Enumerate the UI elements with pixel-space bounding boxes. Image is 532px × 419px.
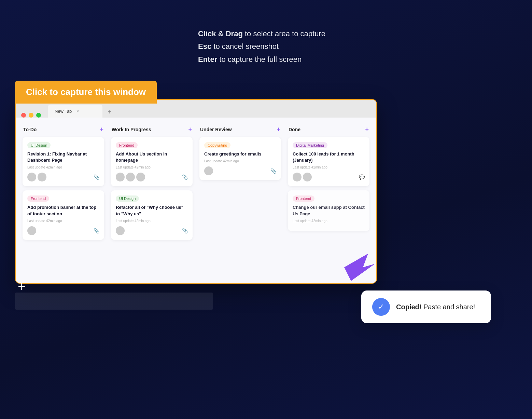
copied-bold-label: Copied!: [396, 303, 421, 311]
checkmark: ✓: [378, 302, 384, 311]
attach-icon: 📎: [94, 228, 99, 233]
avatar: [126, 173, 135, 181]
card-meta: Last update 42min ago: [116, 165, 188, 169]
card-tag: UI Design: [116, 195, 139, 202]
capture-banner-label: Click to capture this window: [26, 87, 146, 97]
avatar: [303, 173, 312, 181]
card-tag: UI Design: [27, 142, 51, 148]
card-avatars: [293, 173, 313, 181]
kanban-board: To-Do + UI Design Revision 1: Fixing Nav…: [16, 118, 376, 283]
instruction-line-3: Enter to capture the full screen: [198, 53, 325, 66]
card-title: Revision 1: Fixing Navbar at Dashboard P…: [27, 151, 99, 163]
card-footer: 📎: [27, 226, 99, 235]
card-tag: Copywriting: [204, 142, 230, 148]
card-footer: 📎: [204, 166, 276, 175]
column-done: Done + Digital Marketing Collect 100 lea…: [288, 126, 369, 275]
instruction-line-1: Click & Drag to select area to capture: [198, 27, 325, 40]
copied-toast: ✓ Copied! Paste and share!: [361, 290, 491, 323]
traffic-light-green[interactable]: [36, 113, 41, 118]
col-title-wip: Work In Progress: [112, 127, 151, 132]
card-footer: 📎: [116, 226, 188, 235]
column-review: Under Review + Copywriting Create greeti…: [199, 126, 281, 275]
chat-icon: 💬: [359, 174, 365, 180]
avatar: [27, 173, 36, 181]
copied-checkmark-icon: ✓: [372, 298, 390, 316]
browser-tab-active[interactable]: New Tab ×: [48, 105, 102, 118]
col-title-review: Under Review: [200, 127, 232, 132]
traffic-light-yellow[interactable]: [29, 113, 33, 118]
purple-arrow-decoration: [344, 254, 375, 282]
card-footer: 📎: [116, 173, 188, 181]
card-meta: Last update 42min ago: [27, 165, 99, 169]
copied-message: Copied! Paste and share!: [396, 303, 475, 311]
card-review-1[interactable]: Copywriting Create greetings for emails …: [199, 137, 281, 180]
card-avatars: [27, 173, 48, 181]
card-title: Add About Us section in homepage: [116, 151, 188, 163]
col-add-review[interactable]: +: [277, 126, 280, 133]
instruction-enter-rest: to capture the full screen: [217, 55, 302, 64]
col-add-todo[interactable]: +: [100, 126, 103, 133]
card-avatars: [116, 226, 126, 235]
card-tag: Frontend: [27, 195, 49, 202]
avatar: [204, 166, 213, 175]
new-tab-button[interactable]: +: [104, 106, 115, 118]
instruction-drag-bold: Click & Drag: [198, 29, 243, 38]
attach-icon: 📎: [94, 174, 99, 180]
attach-icon: 📎: [182, 228, 188, 233]
col-title-todo: To-Do: [23, 127, 37, 132]
instruction-esc-bold: Esc: [198, 42, 211, 51]
col-add-done[interactable]: +: [365, 126, 369, 133]
card-meta: Last update 42min ago: [204, 159, 276, 163]
card-avatars: [116, 173, 146, 181]
card-footer: 💬: [293, 173, 365, 181]
avatar: [116, 173, 125, 181]
instruction-line-2: Esc to cancel sreenshot: [198, 40, 325, 53]
attach-icon: 📎: [182, 174, 188, 180]
crosshair-cursor: +: [18, 280, 26, 293]
card-done-1[interactable]: Digital Marketing Collect 100 leads for …: [288, 137, 369, 186]
col-header-done: Done +: [288, 126, 369, 133]
col-header-todo: To-Do +: [23, 126, 104, 133]
card-tag: Frontend: [293, 195, 314, 202]
instruction-esc-rest: to cancel sreenshot: [211, 42, 279, 51]
capture-banner[interactable]: Click to capture this window: [15, 81, 157, 104]
card-tag: Digital Marketing: [293, 142, 327, 148]
traffic-light-red[interactable]: [21, 113, 26, 118]
card-title: Create greetings for emails: [204, 151, 276, 157]
card-meta: Last update 42min ago: [27, 219, 99, 223]
card-wip-1[interactable]: Frontend Add About Us section in homepag…: [111, 137, 193, 186]
card-avatars: [27, 226, 38, 235]
card-tag: Frontend: [116, 142, 138, 148]
card-todo-2[interactable]: Frontend Add promotion banner at the top…: [23, 190, 104, 240]
svg-marker-0: [344, 254, 375, 281]
card-title: Change our email supp at Contact Us Page: [293, 204, 365, 217]
copied-rest-label: Paste and share!: [421, 303, 475, 311]
avatar: [136, 173, 145, 181]
card-title: Collect 100 leads for 1 month (January): [293, 151, 365, 163]
tab-title: New Tab: [55, 109, 72, 114]
avatar: [116, 226, 125, 235]
instructions-panel: Click & Drag to select area to capture E…: [198, 27, 325, 66]
col-header-wip: Work In Progress +: [111, 126, 193, 133]
column-todo: To-Do + UI Design Revision 1: Fixing Nav…: [23, 126, 104, 275]
card-meta: Last update 42min ago: [293, 165, 365, 169]
card-avatars: [204, 166, 214, 175]
column-wip: Work In Progress + Frontend Add About Us…: [111, 126, 193, 275]
card-done-2[interactable]: Frontend Change our email supp at Contac…: [288, 190, 369, 231]
card-wip-2[interactable]: UI Design Refactor all of "Why choose us…: [111, 190, 193, 240]
tab-close-button[interactable]: ×: [75, 109, 80, 113]
card-footer: 📎: [27, 173, 99, 181]
card-todo-1[interactable]: UI Design Revision 1: Fixing Navbar at D…: [23, 137, 104, 186]
avatar: [27, 226, 36, 235]
avatar: [293, 173, 302, 181]
col-title-done: Done: [289, 127, 300, 132]
card-meta: Last update 42min ago: [116, 219, 188, 223]
browser-window[interactable]: New Tab × + To-Do + UI Design Revision 1…: [15, 99, 377, 284]
col-add-wip[interactable]: +: [188, 126, 192, 133]
card-title: Refactor all of "Why choose us" to "Why …: [116, 204, 188, 217]
instruction-drag-rest: to select area to capture: [243, 29, 325, 38]
card-meta: Last update 42min ago: [293, 219, 365, 223]
traffic-lights: [21, 113, 41, 118]
card-title: Add promotion banner at the top of foote…: [27, 204, 99, 217]
avatar: [38, 173, 46, 181]
